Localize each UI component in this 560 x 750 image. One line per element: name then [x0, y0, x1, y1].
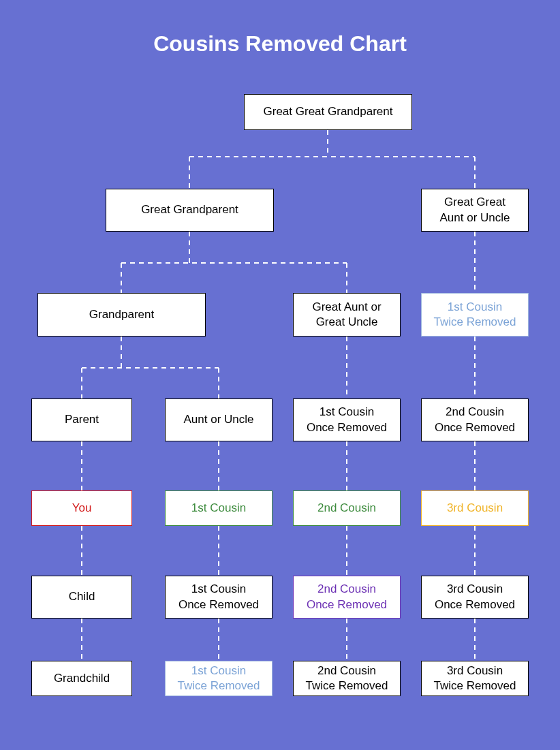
node-2nd-cousin-twice-removed: 2nd CousinTwice Removed — [293, 661, 401, 696]
node-great-grandparent: Great Grandparent — [106, 189, 274, 232]
node-2nd-cousin: 2nd Cousin — [293, 490, 401, 526]
node-aunt-uncle: Aunt or Uncle — [165, 399, 273, 441]
node-parent: Parent — [31, 399, 132, 441]
chart-title: Cousins Removed Chart — [0, 31, 560, 57]
node-1st-cousin: 1st Cousin — [165, 490, 273, 526]
node-1st-cousin-once-removed-lower: 1st CousinOnce Removed — [165, 576, 273, 619]
node-great-aunt-uncle: Great Aunt orGreat Uncle — [293, 293, 401, 337]
node-3rd-cousin-once-removed: 3rd CousinOnce Removed — [421, 576, 529, 619]
node-3rd-cousin: 3rd Cousin — [421, 490, 529, 526]
node-2nd-cousin-once-removed-upper: 2nd CousinOnce Removed — [421, 399, 529, 441]
node-child: Child — [31, 576, 132, 619]
node-grandchild: Grandchild — [31, 661, 132, 696]
node-great-great-grandparent: Great Great Grandparent — [244, 94, 412, 130]
node-2nd-cousin-once-removed-lower: 2nd CousinOnce Removed — [293, 576, 401, 619]
node-1st-cousin-twice-removed-upper: 1st CousinTwice Removed — [421, 293, 529, 337]
node-grandparent: Grandparent — [37, 293, 206, 337]
node-1st-cousin-twice-removed-lower: 1st CousinTwice Removed — [165, 661, 273, 696]
node-3rd-cousin-twice-removed: 3rd CousinTwice Removed — [421, 661, 529, 696]
node-great-great-aunt-uncle: Great GreatAunt or Uncle — [421, 189, 529, 232]
node-1st-cousin-once-removed-upper: 1st CousinOnce Removed — [293, 399, 401, 441]
node-you: You — [31, 490, 132, 526]
